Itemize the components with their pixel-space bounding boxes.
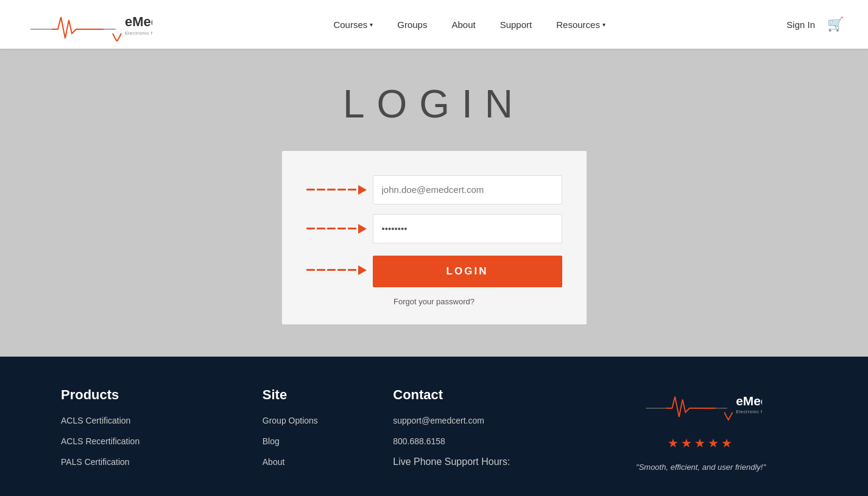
list-item[interactable]: ACLS Recertification — [61, 436, 238, 447]
list-item[interactable]: PALS Certification — [61, 456, 238, 467]
list-item[interactable]: ACLS Certification — [61, 415, 238, 426]
products-list: ACLS Certification ACLS Recertification … — [61, 415, 238, 467]
password-arrow — [306, 224, 367, 234]
logo[interactable]: eMedCert Electronic Medical Certificatio… — [24, 8, 152, 41]
main-content: LOGIN — [0, 49, 868, 357]
nav-link-support[interactable]: Support — [500, 19, 532, 30]
list-item[interactable]: About — [263, 456, 369, 467]
navbar: eMedCert Electronic Medical Certificatio… — [0, 0, 868, 49]
acls-recert-link[interactable]: ACLS Recertification — [61, 436, 139, 446]
dash — [337, 189, 346, 190]
phone-hours-label: Live Phone Support Hours: — [393, 456, 510, 467]
blog-link[interactable]: Blog — [263, 436, 280, 446]
site-heading: Site — [263, 387, 369, 403]
email-row — [306, 175, 562, 204]
nav-link-about[interactable]: About — [451, 19, 475, 30]
dash — [348, 228, 356, 229]
nav-item-courses[interactable]: Courses ▾ — [333, 19, 373, 30]
footer-contact: Contact support@emedcert.com 800.688.615… — [393, 387, 570, 472]
about-link[interactable]: About — [263, 457, 285, 467]
phone-link[interactable]: 800.688.6158 — [393, 436, 445, 446]
testimonial-text: "Smooth, efficient, and user friendly!" — [636, 463, 766, 472]
svg-text:eMedCert: eMedCert — [736, 394, 762, 408]
nav-item-about[interactable]: About — [451, 19, 475, 30]
arrow-head-icon — [358, 224, 367, 234]
dash — [317, 269, 325, 271]
site-list: Group Options Blog About — [263, 415, 369, 467]
support-email-link[interactable]: support@emedcert.com — [393, 416, 484, 425]
footer-logo-svg: eMedCert Electronic Medical Certificatio… — [640, 387, 762, 424]
contact-list: support@emedcert.com 800.688.6158 Live P… — [393, 415, 570, 467]
nav-item-support[interactable]: Support — [500, 19, 532, 30]
nav-link-groups[interactable]: Groups — [397, 19, 427, 30]
chevron-down-icon: ▾ — [370, 21, 373, 28]
dash — [306, 269, 315, 271]
email-input[interactable] — [373, 175, 562, 204]
nav-link-courses[interactable]: Courses ▾ — [333, 19, 373, 30]
list-item[interactable]: 800.688.6158 — [393, 436, 570, 447]
login-button[interactable]: LOGIN — [373, 256, 562, 287]
password-row — [306, 214, 562, 243]
list-item[interactable]: Group Options — [263, 415, 369, 426]
nav-links: Courses ▾ Groups About Support Resources… — [333, 19, 605, 30]
svg-text:Electronic Medical Certificati: Electronic Medical Certification — [125, 30, 152, 36]
sign-in-link[interactable]: Sign In — [786, 19, 815, 30]
dash — [327, 228, 336, 229]
list-item[interactable]: Blog — [263, 436, 369, 447]
acls-cert-link[interactable]: ACLS Certification — [61, 416, 130, 425]
nav-link-resources[interactable]: Resources ▾ — [556, 19, 605, 30]
footer-site: Site Group Options Blog About — [263, 387, 369, 472]
nav-item-resources[interactable]: Resources ▾ — [556, 19, 605, 30]
footer: Products ACLS Certification ACLS Recerti… — [0, 357, 868, 496]
arrow-head-icon — [358, 185, 367, 195]
chevron-down-icon: ▾ — [602, 21, 605, 28]
footer-brand: eMedCert Electronic Medical Certificatio… — [595, 387, 807, 472]
dash — [317, 228, 325, 229]
svg-text:Electronic Medical Certificati: Electronic Medical Certification — [736, 409, 762, 414]
footer-products: Products ACLS Certification ACLS Recerti… — [61, 387, 238, 472]
list-item[interactable]: support@emedcert.com — [393, 415, 570, 426]
products-heading: Products — [61, 387, 238, 403]
cart-icon[interactable]: 🛒 — [827, 16, 844, 32]
dash — [337, 269, 346, 271]
contact-heading: Contact — [393, 387, 570, 403]
logo-svg: eMedCert Electronic Medical Certificatio… — [24, 8, 152, 41]
login-card: LOGIN Forgot your password? — [282, 151, 587, 324]
dash — [317, 189, 325, 190]
group-options-link[interactable]: Group Options — [263, 416, 318, 425]
nav-item-groups[interactable]: Groups — [397, 19, 427, 30]
dash — [348, 269, 356, 271]
password-input[interactable] — [373, 214, 562, 243]
button-arrow — [306, 265, 367, 275]
nav-right: Sign In 🛒 — [786, 16, 844, 32]
rating-stars: ★★★★★ — [668, 436, 735, 450]
login-button-row: LOGIN — [306, 253, 562, 287]
dash — [327, 269, 336, 271]
pals-cert-link[interactable]: PALS Certification — [61, 457, 130, 467]
forgot-password-link[interactable]: Forgot your password? — [306, 297, 562, 306]
dash — [306, 228, 315, 229]
dash — [327, 189, 336, 190]
svg-text:eMedCert: eMedCert — [125, 14, 152, 29]
dash — [348, 189, 356, 190]
login-title: LOGIN — [343, 82, 525, 127]
arrow-head-icon — [358, 265, 367, 275]
list-item: Live Phone Support Hours: — [393, 456, 570, 467]
email-arrow — [306, 185, 367, 195]
dash — [306, 189, 315, 190]
dash — [337, 228, 346, 229]
